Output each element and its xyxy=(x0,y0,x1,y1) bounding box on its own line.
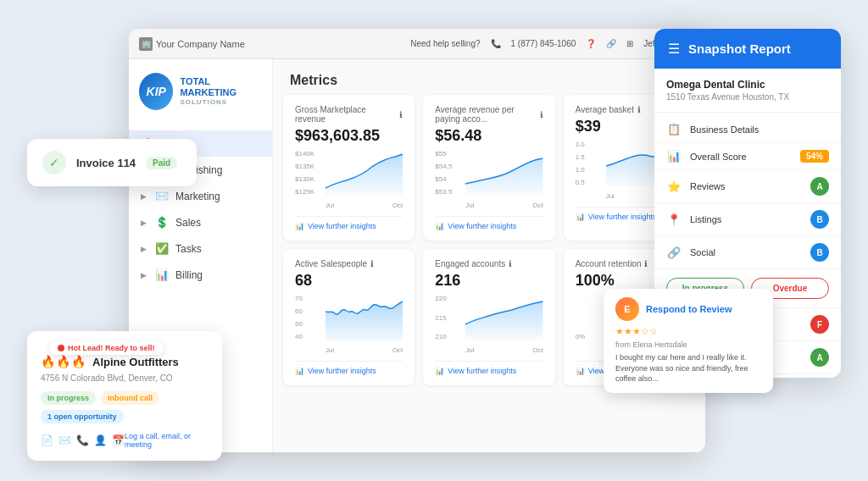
alpine-log-link[interactable]: Log a call, email, or meeting xyxy=(125,432,209,449)
x-axis-0: JulOct xyxy=(326,202,403,209)
metric-value-3: 68 xyxy=(295,272,403,290)
social-icon: 🔗 xyxy=(666,246,682,259)
snapshot-label-0: Business Details xyxy=(690,124,829,135)
snapshot-header: ☰ Snapshot Report xyxy=(654,29,841,69)
arrow-icon-3: ▶ xyxy=(141,218,147,227)
kip-logo-circle: KIP xyxy=(139,73,173,110)
metric-footer-4[interactable]: 📊 View further insights xyxy=(435,361,542,375)
sidebar-logo: KIP TOTAL MARKETING SOLUTIONS xyxy=(129,59,272,124)
alpine-footer: 📄 ✉️ 📞 👤 📅 Log a call, email, or meeting xyxy=(41,432,209,449)
sidebar-item-tasks[interactable]: ▶ ✅ Tasks xyxy=(129,235,272,262)
nav-tasks-label: Tasks xyxy=(175,243,202,255)
metric-footer-3[interactable]: 📊 View further insights xyxy=(295,361,403,375)
marketing-icon: ✉️ xyxy=(155,190,169,202)
snapshot-business: Omega Dental Clinic 1510 Texas Avenue Ho… xyxy=(654,69,841,113)
kip-brand-text: TOTAL MARKETING SOLUTIONS xyxy=(180,76,262,107)
sales-icon: 💲 xyxy=(155,216,169,229)
building-icon: 🏢 xyxy=(139,37,153,51)
chart-inner-1 xyxy=(465,150,542,196)
invoice-text: Invoice 114 xyxy=(76,157,136,169)
business-details-icon: 📋 xyxy=(666,123,682,135)
metric-footer-1[interactable]: 📊 View further insights xyxy=(435,216,542,230)
snapshot-item-business-details[interactable]: 📋 Business Details xyxy=(654,116,841,143)
brand-total: TOTAL MARKETING xyxy=(180,76,262,98)
y-labels-3: 70605040 xyxy=(295,295,326,340)
metric-card-salespeople: Active Salespeople ℹ 68 70605040 xyxy=(283,249,415,385)
chart-0: $140K$135K$130K$125K xyxy=(295,150,403,209)
review-avatar: E xyxy=(615,297,639,321)
kip-logo-text: KIP xyxy=(147,85,166,98)
tag-inbound: Inbound call xyxy=(101,391,159,405)
advertising-badge: F xyxy=(810,315,829,334)
metric-label-3: Active Salespeople ℹ xyxy=(295,259,403,268)
billing-icon: 📊 xyxy=(155,268,169,281)
sidebar-item-sales[interactable]: ▶ 💲 Sales xyxy=(129,209,272,235)
metric-card-avg-revenue: Average revenue per paying acco... ℹ $56… xyxy=(423,95,554,240)
alpine-tags: In progress Inbound call 1 open opportun… xyxy=(41,391,209,423)
review-popup-title[interactable]: Respond to Review xyxy=(646,304,732,314)
listings-icon: 📍 xyxy=(666,213,682,226)
snapshot-label-1: Overall Score xyxy=(690,152,792,162)
arrow-icon-4: ▶ xyxy=(141,245,147,253)
snapshot-item-listings[interactable]: 📍 Listings B xyxy=(654,203,841,236)
arrow-icon-2: ▶ xyxy=(141,192,147,201)
nav-sales-label: Sales xyxy=(175,217,201,229)
alpine-icons: 📄 ✉️ 📞 👤 📅 xyxy=(41,434,125,446)
alpine-header: 🔥 🔥 🔥 Alpine Outfitters xyxy=(41,355,209,368)
fire-icon-3: 🔥 xyxy=(71,355,86,368)
y-labels-4: 220215210 xyxy=(435,295,465,340)
chart-inner-3 xyxy=(326,295,403,340)
question-icon: ❓ xyxy=(586,39,596,48)
metrics-header: Metrics ≡ ✏️ xyxy=(273,59,705,95)
reviews-badge: A xyxy=(810,177,829,196)
metric-label-0: Gross Marketplace revenue ℹ xyxy=(295,105,403,124)
snapshot-title: Snapshot Report xyxy=(688,41,791,56)
y-labels-0: $140K$135K$130K$125K xyxy=(295,150,326,196)
fire-icon-2: 🔥 xyxy=(56,355,70,368)
invoice-card: ✓ Invoice 114 Paid xyxy=(27,139,197,186)
snapshot-label-4: Social xyxy=(690,247,802,257)
hot-lead-badge: Hot Lead! Ready to sell! xyxy=(49,341,164,355)
y-labels-1: $55$54.5$54$53.5 xyxy=(435,150,465,196)
fire-icons: 🔥 🔥 🔥 xyxy=(41,355,86,368)
metric-value-1: $56.48 xyxy=(435,127,542,145)
info-icon-2: ℹ xyxy=(637,105,641,114)
alpine-address: 4756 N Colorado Blvd, Denver, CO xyxy=(41,373,209,383)
tag-opportunity: 1 open opportunity xyxy=(41,410,124,423)
alpine-name: Alpine Outfitters xyxy=(92,356,179,368)
y-labels-2: 2.01.51.00.5 xyxy=(576,141,606,186)
arrow-icon-5: ▶ xyxy=(141,271,147,279)
snapshot-item-reviews[interactable]: ⭐ Reviews A xyxy=(654,170,841,203)
info-icon-3: ℹ xyxy=(370,259,374,268)
metrics-title: Metrics xyxy=(290,73,337,88)
reviews-icon: ⭐ xyxy=(666,180,682,193)
metric-label-1: Average revenue per paying acco... ℹ xyxy=(435,105,542,124)
brand-solutions: SOLUTIONS xyxy=(180,98,262,107)
topbar-logo: 🏢 Your Company Name xyxy=(139,37,245,51)
x-axis-3: JulOct xyxy=(326,346,403,354)
metric-value-0: $963,603.85 xyxy=(295,127,403,145)
chart-inner-4 xyxy=(465,295,542,340)
sidebar-item-marketing[interactable]: ▶ ✉️ Marketing xyxy=(129,183,272,209)
metric-card-engaged: Engaged accounts ℹ 216 220215210 xyxy=(423,249,554,385)
review-popup: E Respond to Review ★★★☆☆ from Elena Her… xyxy=(604,289,773,393)
metric-label-4: Engaged accounts ℹ xyxy=(435,259,542,268)
sidebar-item-billing[interactable]: ▶ 📊 Billing xyxy=(129,262,272,288)
nav-billing-label: Billing xyxy=(175,269,203,281)
invoice-badge: Paid xyxy=(146,157,177,169)
tag-inprogress: In progress xyxy=(41,391,96,405)
info-icon-4: ℹ xyxy=(509,259,512,268)
invoice-check-icon: ✓ xyxy=(42,151,66,174)
hot-dot xyxy=(58,345,64,351)
chart-4: 220215210 xyxy=(435,295,542,354)
main-content: Metrics ≡ ✏️ Gross Marketplace revenue ℹ… xyxy=(273,59,705,452)
snapshot-item-social[interactable]: 🔗 Social B xyxy=(654,236,841,269)
x-axis-4: JulOct xyxy=(465,346,542,354)
alpine-card: Hot Lead! Ready to sell! 🔥 🔥 🔥 Alpine Ou… xyxy=(27,331,222,461)
snapshot-menu-icon: ☰ xyxy=(668,41,680,57)
metric-footer-0[interactable]: 📊 View further insights xyxy=(295,216,403,230)
snapshot-item-overall-score[interactable]: 📊 Overall Score 54% xyxy=(654,143,841,170)
seo-badge: A xyxy=(810,348,829,367)
y-labels-5: 0% xyxy=(576,295,606,340)
cal-icon: 📅 xyxy=(112,434,125,446)
